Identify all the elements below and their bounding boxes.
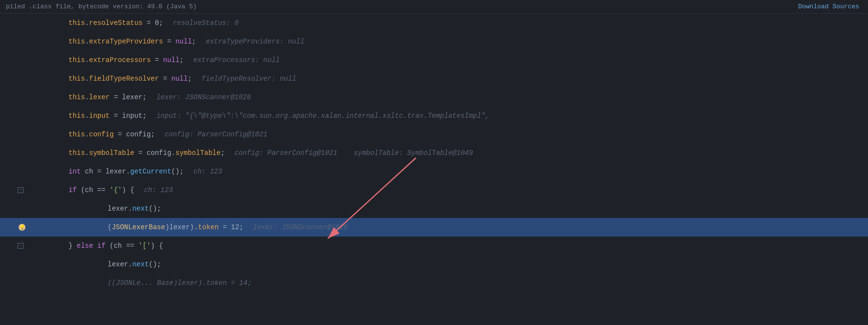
code-content: this.resolveStatus = 0;resolveStatus: 0 [29,14,239,32]
code-content: lexer.next(); [29,199,161,218]
code-line: this.symbolTable = config.symbolTable;co… [0,144,868,162]
highlighted-code-line: 💡 (JSONLexerBase)lexer).token = 12;lexer… [0,218,868,237]
code-content: int ch = lexer.getCurrent();ch: 123 [29,162,222,181]
code-line: this.input = input;input: "{\"@type\":\"… [0,107,868,125]
gutter [0,69,28,88]
gutter-fold: − [0,181,28,199]
top-bar: piled .class file, bytecode version: 49.… [0,0,868,14]
gutter [0,274,28,292]
code-content: this.lexer = lexer;lexer: JSONScanner@10… [29,88,251,107]
code-line: this.fieldTypeResolver = null;fieldTypeR… [0,69,868,88]
bulb-icon[interactable]: 💡 [19,224,25,231]
code-line: this.resolveStatus = 0;resolveStatus: 0 [0,14,868,32]
code-line: lexer.next(); [0,255,868,274]
code-content: this.fieldTypeResolver = null;fieldTypeR… [29,69,296,88]
code-line: − } else if (ch == '[') { [0,237,868,255]
gutter [0,125,28,144]
gutter [0,51,28,69]
gutter [0,144,28,162]
gutter [0,32,28,51]
code-content: this.extraTypeProviders = null;extraType… [29,32,304,51]
keyword-this: this [69,19,85,27]
gutter [0,14,28,32]
gutter-bulb: 💡 [0,218,28,237]
editor-container: piled .class file, bytecode version: 49.… [0,0,868,325]
code-line: this.extraTypeProviders = null;extraType… [0,32,868,51]
code-content: this.extraProcessors = null;extraProcess… [29,51,280,69]
gutter [0,255,28,274]
code-line: lexer.next(); [0,199,868,218]
gutter [0,199,28,218]
gutter [0,162,28,181]
fold-icon[interactable]: − [18,243,23,249]
code-content: this.input = input;input: "{\"@type\":\"… [29,107,489,125]
code-content: if (ch == '{') {ch: 123 [29,181,173,199]
code-content: ((JSONLe... Base)lexer).token = 14; [29,274,251,292]
code-line: − if (ch == '{') {ch: 123 [0,181,868,199]
code-line: this.config = config;config: ParserConfi… [0,125,868,144]
code-content: } else if (ch == '[') { [29,237,163,255]
code-line: ((JSONLe... Base)lexer).token = 14; [0,274,868,292]
gutter-fold: − [0,237,28,255]
file-info-title: piled .class file, bytecode version: 49.… [6,3,197,10]
code-content: this.config = config;config: ParserConfi… [29,125,268,144]
fold-icon[interactable]: − [18,187,23,193]
highlighted-code-content: (JSONLexerBase)lexer).token = 12;lexer: … [29,218,348,237]
gutter [0,88,28,107]
code-line: this.extraProcessors = null;extraProcess… [0,51,868,69]
code-content: this.symbolTable = config.symbolTable;co… [29,144,473,162]
code-line: this.lexer = lexer;lexer: JSONScanner@10… [0,88,868,107]
code-area: this.resolveStatus = 0;resolveStatus: 0 … [0,14,868,292]
gutter [0,107,28,125]
download-sources-button[interactable]: Download Sources [795,2,862,11]
code-line: int ch = lexer.getCurrent();ch: 123 [0,162,868,181]
code-content: lexer.next(); [29,255,161,274]
